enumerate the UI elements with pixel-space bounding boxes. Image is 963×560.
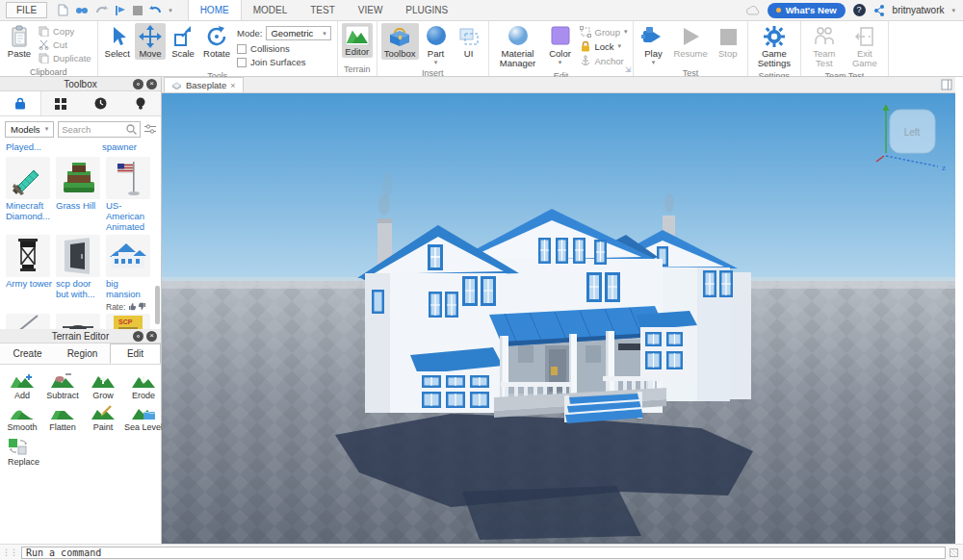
drag-grip-icon[interactable]: ⋮⋮	[2, 547, 17, 557]
toolbox-tab-recent[interactable]	[81, 91, 121, 115]
filter-icon[interactable]	[144, 123, 156, 135]
close-icon[interactable]: ×	[230, 81, 235, 90]
command-input[interactable]	[21, 547, 946, 559]
collisions-checkbox[interactable]	[237, 44, 247, 54]
terrain-editor-panel-header[interactable]: Terrain Editor ×	[0, 329, 161, 344]
game-settings-button[interactable]: Game Settings	[752, 23, 796, 70]
anchor-button[interactable]: Anchor	[580, 55, 628, 66]
terrain-editor-button[interactable]: Editor	[342, 23, 373, 58]
terrain-tool-erode[interactable]: Erode	[131, 372, 156, 400]
play-caret-icon[interactable]: ▾	[652, 59, 656, 66]
toolbox-tab-marketplace[interactable]	[0, 91, 41, 115]
close-icon[interactable]: ×	[146, 79, 157, 89]
document-tab-baseplate[interactable]: Baseplate ×	[164, 77, 244, 92]
toolbox-scrollbar[interactable]	[155, 286, 160, 324]
terrain-tool-flatten[interactable]: Flatten	[49, 404, 76, 432]
join-surfaces-checkbox[interactable]	[237, 58, 247, 67]
resize-grip-icon[interactable]	[950, 548, 958, 557]
duplicate-button[interactable]: Duplicate	[39, 53, 91, 64]
terrain-tab-edit[interactable]: Edit	[110, 344, 161, 364]
close-icon[interactable]: ×	[146, 331, 157, 342]
terrain-tool-sea-level[interactable]: Sea Level	[124, 404, 163, 432]
team-test-button[interactable]: Team Test	[805, 23, 844, 70]
toolbox-item[interactable]: Grass Hill	[54, 156, 104, 234]
tab-model[interactable]: MODEL	[242, 0, 299, 20]
paste-button[interactable]: Paste	[4, 23, 35, 60]
search-input[interactable]	[62, 124, 126, 135]
terrain-tab-region[interactable]: Region	[55, 344, 110, 364]
terrain-tab-create[interactable]: Create	[0, 344, 55, 364]
file-menu-button[interactable]: FILE	[6, 2, 47, 18]
exit-game-button[interactable]: Exit Game	[846, 23, 884, 70]
terrain-replace-icon	[8, 438, 29, 455]
qat-more-caret-icon[interactable]: ▾	[169, 7, 172, 14]
color-caret-icon[interactable]: ▾	[559, 59, 562, 66]
find-icon[interactable]	[75, 5, 89, 16]
terrain-tool-paint[interactable]: Paint	[91, 404, 116, 432]
terrain-tool-replace[interactable]: Replace	[0, 434, 161, 467]
terrain-tool-add[interactable]: Add	[10, 372, 35, 400]
play-button[interactable]: Play ▾	[638, 23, 668, 67]
lock-button[interactable]: Lock ▾	[580, 40, 628, 52]
redo-icon[interactable]	[95, 5, 108, 15]
anchor-icon	[580, 55, 591, 66]
toolbox-item-label[interactable]: Played...	[6, 142, 41, 153]
whats-new-button[interactable]: What's New	[768, 3, 846, 18]
toolbox-button[interactable]: Toolbox	[381, 23, 419, 60]
toolbox-item[interactable]: SCP	[104, 313, 154, 329]
edit-dialog-launcher-icon[interactable]: ⇲	[625, 65, 632, 74]
search-box[interactable]	[58, 121, 141, 138]
toolbox-item[interactable]: US-American Animated	[104, 156, 154, 234]
rotate-tool-button[interactable]: Rotate	[200, 23, 233, 60]
tab-plugins[interactable]: PLUGINS	[394, 0, 459, 20]
panel-options-icon[interactable]	[133, 79, 143, 89]
move-tool-button[interactable]: Move	[135, 23, 166, 60]
material-manager-button[interactable]: Material Manager	[493, 23, 543, 70]
pause-square-icon[interactable]	[133, 6, 143, 15]
select-tool-button[interactable]: Select	[102, 23, 133, 60]
group-button[interactable]: Group ▾	[580, 26, 628, 38]
toolbox-tab-creations[interactable]	[121, 91, 162, 115]
thumbs-down-icon[interactable]	[139, 302, 146, 311]
toolbox-item-label[interactable]: spawner	[102, 142, 137, 153]
account-name[interactable]: britnyatwork	[893, 5, 945, 15]
category-select[interactable]: Models ▾	[5, 121, 54, 138]
toolbox-tab-inventory[interactable]	[41, 91, 82, 115]
stop-button[interactable]: Stop	[713, 23, 743, 60]
share-icon[interactable]	[873, 5, 885, 16]
tab-home[interactable]: HOME	[188, 0, 242, 20]
cut-button[interactable]: Cut	[39, 39, 91, 50]
undo-icon[interactable]	[149, 5, 162, 15]
scale-tool-button[interactable]: Scale	[168, 23, 198, 60]
toolbox-panel-header[interactable]: Toolbox ×	[0, 77, 161, 91]
tab-test[interactable]: TEST	[299, 0, 347, 20]
publish-icon[interactable]	[115, 5, 126, 16]
toolbox-item[interactable]	[54, 313, 104, 329]
terrain-tool-smooth[interactable]: Smooth	[7, 404, 37, 432]
color-button[interactable]: Color ▾	[545, 23, 576, 67]
copy-button[interactable]: Copy	[39, 26, 91, 37]
toolbox-item[interactable]: scp door but with...	[54, 234, 104, 313]
toolbox-item[interactable]: Army tower	[4, 234, 54, 313]
help-icon[interactable]: ?	[853, 4, 866, 16]
layout-panel-icon[interactable]	[941, 79, 952, 90]
thumbs-up-icon[interactable]	[128, 302, 136, 311]
terrain-tool-subtract[interactable]: Subtract	[46, 372, 79, 400]
tab-view[interactable]: VIEW	[347, 0, 395, 20]
terrain-tool-grow[interactable]: Grow	[91, 372, 116, 400]
ui-button[interactable]: UI	[454, 23, 484, 60]
mode-select[interactable]: Geometric ▾	[266, 26, 330, 40]
new-file-icon[interactable]	[57, 4, 68, 16]
scale-icon	[172, 25, 194, 48]
toolbox-item[interactable]: Minecraft Diamond...	[4, 156, 54, 234]
panel-options-icon[interactable]	[133, 331, 143, 342]
part-button[interactable]: Part ▾	[421, 23, 452, 67]
resume-button[interactable]: Resume	[670, 23, 710, 60]
account-caret-icon[interactable]: ▾	[951, 7, 955, 14]
part-caret-icon[interactable]: ▾	[434, 59, 438, 66]
move-icon	[139, 25, 162, 48]
left-bay	[410, 347, 503, 413]
3d-viewport[interactable]: Left z	[162, 93, 955, 544]
toolbox-item[interactable]	[4, 313, 54, 329]
toolbox-item[interactable]: big mansion Rate:	[104, 234, 154, 313]
